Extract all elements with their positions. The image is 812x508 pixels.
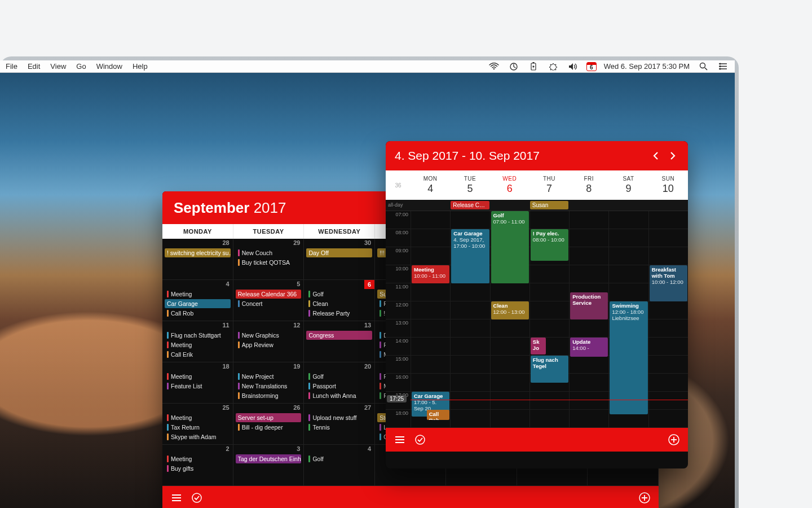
month-day-cell[interactable]: 4Golf <box>304 445 375 486</box>
month-day-cell[interactable]: 26Server set-upBill - dig deeper <box>233 404 304 445</box>
allday-cell[interactable]: Release C… <box>450 200 489 211</box>
month-event[interactable]: Clean <box>306 299 372 308</box>
misc-icon[interactable] <box>547 60 559 73</box>
prev-week-button[interactable] <box>650 150 662 162</box>
checkmark-circle-icon[interactable] <box>191 492 203 504</box>
month-event[interactable]: Car Garage <box>165 299 231 308</box>
month-event[interactable]: Day Off <box>306 248 372 257</box>
week-day-column[interactable]: Golf07:00 - 11:00Clean12:00 - 13:00 <box>490 211 529 428</box>
month-event[interactable]: Tennis <box>306 423 372 432</box>
month-day-cell[interactable]: 29New CouchBuy ticket QOTSA <box>233 239 304 280</box>
month-event[interactable]: Release Party <box>306 309 372 318</box>
month-day-cell[interactable]: 20GolfPassportLunch with Anna <box>304 362 375 404</box>
week-event[interactable]: Sk Jo <box>531 338 546 354</box>
menu-help[interactable]: Help <box>133 62 148 71</box>
month-day-cell[interactable]: 3Tag der Deutschen Einh… <box>233 445 304 486</box>
month-event[interactable]: Meeting <box>165 454 231 463</box>
month-day-cell[interactable]: 27Upload new stuffTennis <box>304 404 375 445</box>
allday-event[interactable]: Susan <box>530 201 568 209</box>
month-event[interactable]: Meeting <box>165 340 231 349</box>
month-event[interactable]: Buy gifts <box>165 464 231 473</box>
menu-view[interactable]: View <box>50 62 66 71</box>
add-event-button[interactable] <box>668 433 680 446</box>
month-event[interactable]: Call Rob <box>165 309 231 318</box>
week-day-column[interactable]: Production ServiceUpdate14:00 - <box>569 211 608 428</box>
add-event-button[interactable] <box>638 492 651 504</box>
month-day-cell[interactable]: 28! switching electricity su… <box>162 239 233 280</box>
month-event[interactable]: Concert <box>236 299 302 308</box>
month-event[interactable]: Upload new stuff <box>306 413 372 422</box>
week-event[interactable]: Golf07:00 - 11:00 <box>491 211 529 283</box>
menu-icon[interactable] <box>170 492 183 504</box>
menu-window[interactable]: Window <box>96 62 122 71</box>
allday-event[interactable]: Release C… <box>451 201 489 209</box>
week-event[interactable]: Clean12:00 - 13:00 <box>491 301 529 319</box>
week-day-header[interactable]: FRI8 <box>569 170 608 200</box>
week-event[interactable]: Update14:00 - <box>570 338 608 357</box>
month-event[interactable]: Call Erik <box>165 350 231 359</box>
month-event[interactable]: Passport <box>306 382 372 391</box>
allday-cell[interactable] <box>648 200 688 211</box>
week-day-column[interactable]: Breakfast with Tom10:00 - 12:00 <box>648 211 688 428</box>
month-event[interactable]: New Translations <box>236 382 302 391</box>
allday-cell[interactable] <box>411 200 450 211</box>
month-event[interactable]: Release Calendar 366 <box>236 290 302 299</box>
wifi-icon[interactable] <box>488 60 500 73</box>
month-event[interactable]: Feature List <box>165 382 231 391</box>
week-day-column[interactable]: ! Pay elec.08:00 - 10:00Sk JoFlug nach T… <box>529 211 569 428</box>
week-event[interactable]: Production Service <box>570 292 608 319</box>
month-day-cell[interactable]: 13Congress <box>304 321 375 362</box>
week-day-column[interactable]: Swimming12:00 - 18:00 Liebnitzsee <box>608 211 648 428</box>
month-event[interactable]: Golf <box>306 290 372 299</box>
month-event[interactable]: Golf <box>306 454 372 463</box>
week-event[interactable]: Flug nach Tegel <box>531 356 568 383</box>
month-event[interactable]: Golf <box>306 372 372 381</box>
month-event[interactable]: Meeting <box>165 290 231 299</box>
week-day-header[interactable]: WED6 <box>490 170 529 200</box>
month-day-cell[interactable]: 2MeetingBuy gifts <box>162 445 233 486</box>
notification-center-icon[interactable] <box>717 60 729 73</box>
menu-edit[interactable]: Edit <box>28 62 40 71</box>
week-event[interactable]: Car Garage4. Sep 2017, 17:00 - 10:00 <box>451 229 489 283</box>
month-event[interactable]: App Review <box>236 340 302 349</box>
month-event[interactable]: Server set-up <box>236 413 302 422</box>
week-event[interactable]: Swimming12:00 - 18:00 Liebnitzsee <box>610 301 647 414</box>
week-event[interactable]: ! Pay elec.08:00 - 10:00 <box>531 229 568 261</box>
menubar-datetime[interactable]: Wed 6. Sep 2017 5:30 PM <box>604 62 690 71</box>
week-event[interactable]: Meeting10:00 - 11:00 <box>412 265 449 283</box>
week-day-column[interactable]: Meeting10:00 - 11:00Car Garage17:00 - 5.… <box>411 211 450 428</box>
month-day-cell[interactable]: 6GolfCleanRelease Party <box>304 280 375 321</box>
month-event[interactable]: Meeting <box>165 372 231 381</box>
month-event[interactable]: Flug nach Stuttgart <box>165 331 231 340</box>
next-week-button[interactable] <box>667 150 679 162</box>
volume-icon[interactable] <box>567 60 579 73</box>
month-event[interactable]: Meeting <box>165 413 231 422</box>
allday-cell[interactable]: Susan <box>529 200 569 211</box>
battery-icon[interactable] <box>527 60 540 73</box>
month-day-cell[interactable]: 5Release Calendar 366Concert <box>233 280 304 321</box>
month-day-cell[interactable]: 19New ProjectNew TranslationsBrainstormi… <box>233 362 304 404</box>
week-event[interactable]: Call Rob <box>427 410 450 420</box>
week-event[interactable]: Breakfast with Tom10:00 - 12:00 <box>650 265 687 301</box>
month-event[interactable]: ! switching electricity su… <box>165 248 231 257</box>
allday-cell[interactable] <box>569 200 608 211</box>
month-event[interactable]: Tag der Deutschen Einh… <box>236 454 302 463</box>
month-event[interactable]: Lunch with Anna <box>306 391 372 400</box>
month-event[interactable]: Tax Return <box>165 423 231 432</box>
menu-icon[interactable] <box>394 433 406 446</box>
menu-file[interactable]: File <box>6 62 17 71</box>
menu-go[interactable]: Go <box>76 62 86 71</box>
week-day-header[interactable]: SAT9 <box>608 170 648 200</box>
week-day-header[interactable]: SUN10 <box>648 170 688 200</box>
month-event[interactable]: New Graphics <box>236 331 302 340</box>
month-day-cell[interactable]: 11Flug nach StuttgartMeetingCall Erik <box>162 321 233 362</box>
spotlight-icon[interactable] <box>697 60 709 73</box>
week-day-header[interactable]: THU7 <box>529 170 569 200</box>
week-day-header[interactable]: TUE5 <box>450 170 489 200</box>
month-event[interactable]: New Project <box>236 372 302 381</box>
month-day-cell[interactable]: 25MeetingTax ReturnSkype with Adam <box>162 404 233 445</box>
month-event[interactable]: Buy ticket QOTSA <box>236 258 302 267</box>
timemachine-icon[interactable] <box>508 60 520 73</box>
allday-cell[interactable] <box>608 200 648 211</box>
month-day-cell[interactable]: 12New GraphicsApp Review <box>233 321 304 362</box>
